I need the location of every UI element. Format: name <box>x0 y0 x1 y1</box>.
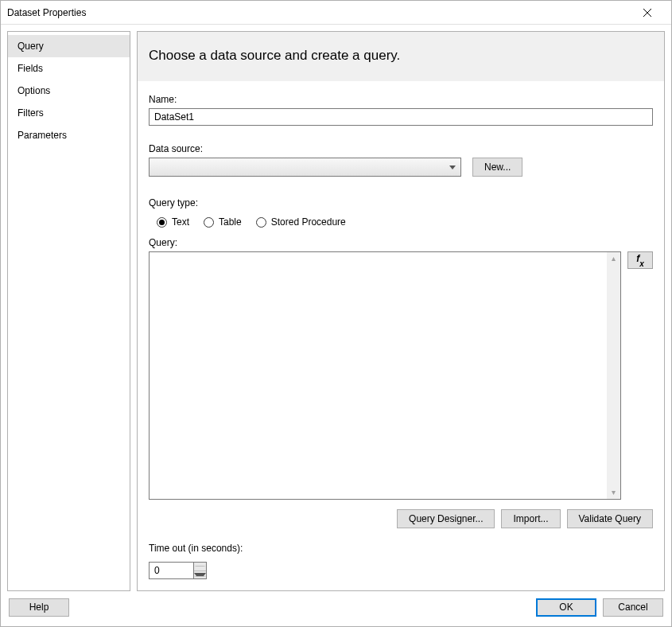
timeout-up-button[interactable] <box>194 563 206 571</box>
timeout-input[interactable] <box>149 562 193 579</box>
radio-label: Text <box>172 216 189 228</box>
timeout-label: Time out (in seconds): <box>149 543 653 554</box>
name-input[interactable] <box>149 108 653 126</box>
query-type-label: Query type: <box>149 197 653 208</box>
chevron-up-icon <box>194 566 206 567</box>
timeout-spinner <box>193 562 207 579</box>
radio-label: Stored Procedure <box>271 216 346 228</box>
scrollbar[interactable]: ▴ ▾ <box>607 252 620 499</box>
sidebar-item-label: Filters <box>17 107 44 119</box>
fx-icon: fx <box>636 254 644 266</box>
dataset-properties-dialog: Dataset Properties Query Fields Options … <box>0 0 672 627</box>
query-label: Query: <box>149 237 653 248</box>
scroll-down-icon: ▾ <box>612 489 616 497</box>
sidebar-item-fields[interactable]: Fields <box>8 57 130 80</box>
sidebar-item-label: Parameters <box>17 130 67 141</box>
sidebar-item-query[interactable]: Query <box>8 35 130 57</box>
sidebar-item-label: Query <box>17 41 44 52</box>
expression-button[interactable]: fx <box>627 251 653 269</box>
data-source-select[interactable] <box>149 158 461 177</box>
titlebar: Dataset Properties <box>1 1 671 25</box>
dialog-footer: Help OK Cancel <box>7 591 665 620</box>
radio-table[interactable]: Table <box>204 216 242 228</box>
sidebar: Query Fields Options Filters Parameters <box>7 31 130 591</box>
query-textarea[interactable] <box>150 252 607 499</box>
chevron-down-icon <box>449 166 456 169</box>
data-source-label: Data source: <box>149 143 653 154</box>
import-button[interactable]: Import... <box>501 509 560 528</box>
query-type-group: Text Table Stored Procedure <box>157 216 653 228</box>
radio-icon <box>256 217 266 228</box>
cancel-button[interactable]: Cancel <box>603 598 663 617</box>
validate-query-button[interactable]: Validate Query <box>567 509 654 528</box>
query-designer-button[interactable]: Query Designer... <box>397 509 495 528</box>
radio-label: Table <box>219 216 242 228</box>
content-panel: Choose a data source and create a query.… <box>137 31 665 591</box>
window-title: Dataset Properties <box>7 7 630 18</box>
name-label: Name: <box>149 94 653 105</box>
radio-text[interactable]: Text <box>157 216 189 228</box>
sidebar-item-parameters[interactable]: Parameters <box>8 124 130 146</box>
new-data-source-button[interactable]: New... <box>472 158 522 177</box>
radio-stored-procedure[interactable]: Stored Procedure <box>256 216 346 228</box>
help-button[interactable]: Help <box>9 598 69 617</box>
query-textarea-wrap: ▴ ▾ <box>149 251 621 500</box>
sidebar-item-filters[interactable]: Filters <box>8 102 130 124</box>
sidebar-item-options[interactable]: Options <box>8 80 130 102</box>
close-icon <box>643 9 651 17</box>
page-title: Choose a data source and create a query. <box>138 32 664 81</box>
scroll-up-icon: ▴ <box>612 255 616 263</box>
sidebar-item-label: Options <box>17 85 50 96</box>
close-button[interactable] <box>630 2 665 24</box>
radio-icon <box>157 217 167 228</box>
ok-button[interactable]: OK <box>536 598 596 617</box>
radio-icon <box>204 217 214 228</box>
sidebar-item-label: Fields <box>17 63 43 74</box>
chevron-down-icon <box>194 573 206 577</box>
timeout-down-button[interactable] <box>194 571 206 579</box>
